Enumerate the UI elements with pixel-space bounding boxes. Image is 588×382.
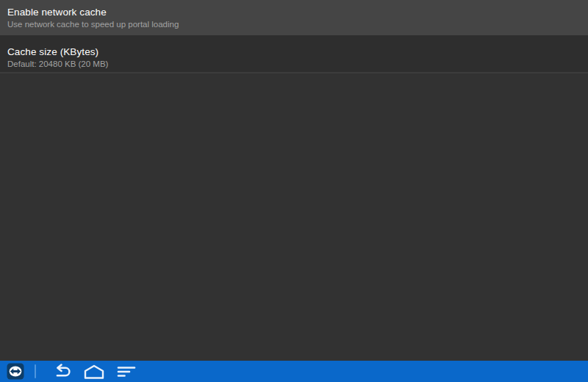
- app-screen: Enable network cache Use network cache t…: [0, 0, 588, 382]
- setting-item-cache-size[interactable]: Cache size (KBytes) Default: 20480 KB (2…: [0, 35, 588, 73]
- setting-subtitle: Use network cache to speed up portal loa…: [7, 19, 581, 30]
- setting-item-enable-network-cache[interactable]: Enable network cache Use network cache t…: [0, 0, 588, 35]
- setting-subtitle: Default: 20480 KB (20 MB): [7, 59, 581, 70]
- home-icon: [82, 364, 106, 379]
- system-navigation-bar: [0, 361, 588, 382]
- setting-title: Cache size (KBytes): [7, 46, 581, 58]
- setting-title: Enable network cache: [7, 7, 581, 18]
- back-button[interactable]: [48, 361, 76, 382]
- settings-list: Enable network cache Use network cache t…: [0, 0, 588, 73]
- recents-button[interactable]: [112, 361, 140, 382]
- navbar-divider: [35, 364, 36, 378]
- recent-apps-icon: [117, 365, 136, 378]
- back-icon: [49, 364, 74, 379]
- home-button[interactable]: [80, 361, 108, 382]
- empty-content-area: [0, 73, 588, 361]
- teamviewer-quicksupport-icon[interactable]: [7, 363, 24, 380]
